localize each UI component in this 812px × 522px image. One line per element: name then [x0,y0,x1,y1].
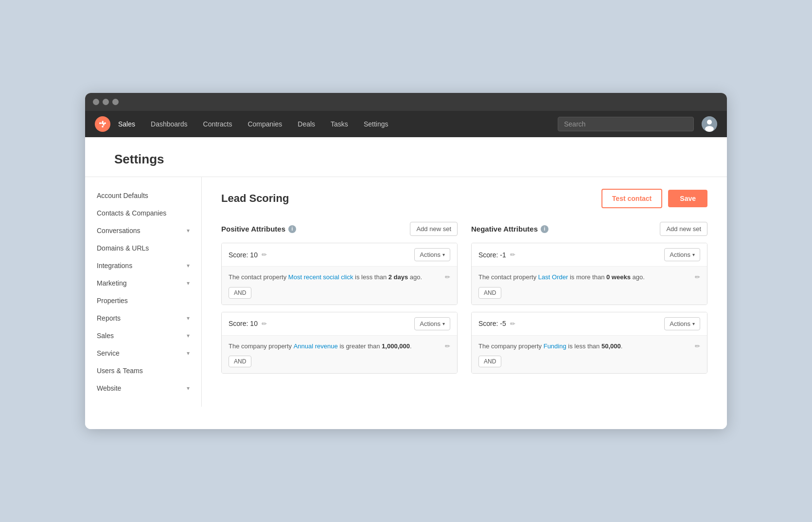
sidebar-item-properties[interactable]: Properties [85,292,201,309]
sidebar-item-domains-urls[interactable]: Domains & URLs [85,239,201,257]
edit-condition-2-icon[interactable]: ✏ [445,342,450,351]
positive-card-1-and-button[interactable]: AND [229,287,251,299]
sidebar-item-account-defaults[interactable]: Account Defaults [85,187,201,204]
negative-info-icon[interactable]: i [541,225,548,233]
funding-link[interactable]: Funding [544,342,566,350]
negative-card-1-actions-button[interactable]: Actions ▾ [664,248,700,261]
positive-condition-1: The contact property Most recent social … [229,272,450,282]
nav-contracts[interactable]: Contracts [195,111,240,137]
neg-condition-value-2: 50,000 [601,342,621,350]
edit-neg-score-1-icon[interactable]: ✏ [510,251,515,258]
positive-info-icon[interactable]: i [288,225,296,233]
positive-card-2-and-button[interactable]: AND [229,356,251,367]
sidebar-item-service[interactable]: Service ▾ [85,344,201,362]
negative-card-2-body: The company property Funding is less tha… [472,335,707,374]
sidebar-label-properties: Properties [97,297,128,305]
chevron-down-icon: ▾ [187,385,190,392]
user-avatar[interactable] [702,116,717,132]
page-body: Account Defaults Contacts & Companies Co… [85,177,727,407]
sidebar-item-users-teams[interactable]: Users & Teams [85,362,201,379]
svg-point-5 [705,126,714,132]
condition-text-1: The contact property Most recent social … [229,272,422,282]
neg-condition-text-2: The company property Funding is less tha… [478,342,622,351]
sidebar-item-reports[interactable]: Reports ▾ [85,309,201,327]
browser-window: Sales Dashboards Contracts Companies Dea… [85,93,727,429]
sidebar-item-website[interactable]: Website ▾ [85,379,201,397]
page-title: Settings [114,152,698,167]
negative-card-2-and-button[interactable]: AND [478,356,501,367]
positive-attributes-panel: Positive Attributes i Add new set Score:… [221,222,458,380]
nav-tasks[interactable]: Tasks [323,111,356,137]
sidebar-label-contacts-companies: Contacts & Companies [97,209,166,217]
chevron-down-icon: ▾ [187,280,190,287]
dot-green [112,99,119,105]
negative-score-1-label: Score: -1 ✏ [478,251,515,259]
positive-score-1-label: Score: 10 ✏ [229,251,267,259]
positive-card-2-actions-button[interactable]: Actions ▾ [414,317,450,330]
sidebar-item-conversations[interactable]: Conversations ▾ [85,222,201,239]
test-contact-button[interactable]: Test contact [601,189,662,208]
condition-value-2: 1,000,000 [382,342,410,350]
search-input[interactable] [558,117,694,131]
edit-neg-condition-2-icon[interactable]: ✏ [695,342,700,351]
positive-score-card-1: Score: 10 ✏ Actions ▾ [221,243,458,305]
attributes-row: Positive Attributes i Add new set Score:… [221,222,707,380]
chevron-down-icon: ▾ [187,227,190,234]
nav-sales[interactable]: Sales [110,111,143,137]
negative-add-new-set-button[interactable]: Add new set [660,222,707,236]
edit-score-1-icon[interactable]: ✏ [262,251,267,258]
main-content: Lead Scoring Test contact Save Positive … [202,177,727,407]
browser-chrome [85,93,727,111]
browser-dots [93,99,119,105]
dot-red [93,99,99,105]
negative-card-2-actions-button[interactable]: Actions ▾ [664,317,700,330]
neg-condition-text-1: The contact property Last Order is more … [478,272,645,282]
sidebar-item-contacts-companies[interactable]: Contacts & Companies [85,204,201,222]
sidebar-label-service: Service [97,349,120,357]
caret-down-icon: ▾ [692,252,695,257]
svg-point-4 [707,120,712,125]
negative-condition-2: The company property Funding is less tha… [478,342,700,351]
edit-score-2-icon[interactable]: ✏ [262,320,267,327]
chevron-down-icon: ▾ [187,350,190,357]
svg-point-2 [102,126,104,127]
negative-attributes-panel: Negative Attributes i Add new set Score:… [471,222,707,380]
edit-neg-condition-1-icon[interactable]: ✏ [695,272,700,282]
save-button[interactable]: Save [668,190,707,207]
nav-dashboards[interactable]: Dashboards [143,111,195,137]
sidebar-label-website: Website [97,384,121,392]
lead-scoring-header: Lead Scoring Test contact Save [221,189,707,208]
nav-links: Sales Dashboards Contracts Companies Dea… [110,111,558,137]
negative-score-card-1: Score: -1 ✏ Actions ▾ [471,243,707,305]
edit-condition-1-icon[interactable]: ✏ [445,272,450,282]
svg-point-0 [99,122,101,124]
negative-card-1-and-button[interactable]: AND [478,287,501,299]
nav-settings[interactable]: Settings [356,111,396,137]
nav-companies[interactable]: Companies [240,111,290,137]
edit-neg-score-2-icon[interactable]: ✏ [510,320,515,327]
positive-score-card-2: Score: 10 ✏ Actions ▾ [221,312,458,374]
sidebar-item-sales[interactable]: Sales ▾ [85,327,201,344]
sidebar-label-integrations: Integrations [97,262,132,270]
sidebar-label-domains-urls: Domains & URLs [97,244,149,252]
neg-condition-value-1: 0 weeks [606,273,631,281]
positive-card-1-actions-button[interactable]: Actions ▾ [414,248,450,261]
last-order-link[interactable]: Last Order [538,273,568,281]
annual-revenue-link[interactable]: Annual revenue [294,342,338,350]
positive-add-new-set-button[interactable]: Add new set [410,222,458,236]
sidebar-label-conversations: Conversations [97,227,141,234]
positive-card-2-header: Score: 10 ✏ Actions ▾ [222,312,457,335]
positive-card-1-body: The contact property Most recent social … [222,266,457,305]
sidebar-label-users-teams: Users & Teams [97,367,143,375]
most-recent-social-click-link[interactable]: Most recent social click [288,273,353,281]
positive-card-1-header: Score: 10 ✏ Actions ▾ [222,243,457,266]
hubspot-logo[interactable] [95,116,110,132]
svg-point-1 [104,122,106,124]
caret-down-icon: ▾ [442,252,445,257]
negative-panel-title: Negative Attributes i [471,225,548,233]
sidebar-item-marketing[interactable]: Marketing ▾ [85,274,201,292]
negative-card-1-body: The contact property Last Order is more … [472,266,707,305]
page-content: Settings Account Defaults Contacts & Com… [85,137,727,429]
sidebar-item-integrations[interactable]: Integrations ▾ [85,257,201,274]
nav-deals[interactable]: Deals [290,111,323,137]
